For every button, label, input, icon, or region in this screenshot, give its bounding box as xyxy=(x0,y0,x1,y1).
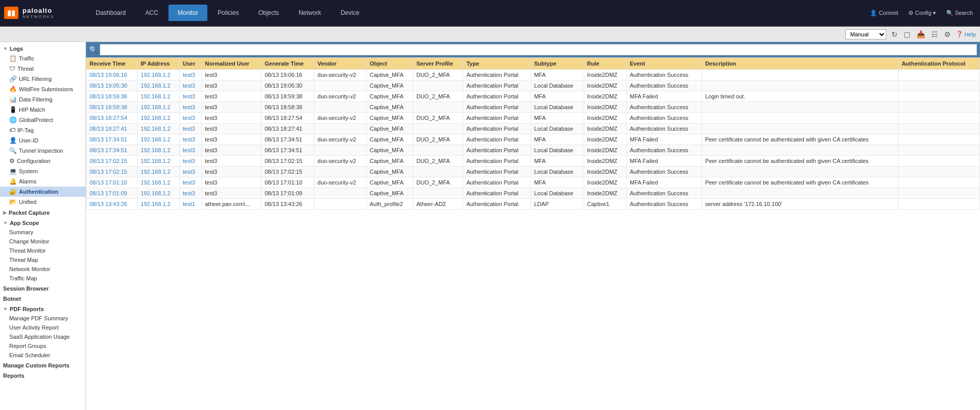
table-row[interactable]: 08/13 17:34:51192.168.1.2test3test308/13… xyxy=(87,134,980,145)
sidebar-item-threat-map[interactable]: Threat Map xyxy=(0,255,86,264)
table-cell[interactable]: test3 xyxy=(179,80,201,91)
settings-button[interactable]: ⚙ xyxy=(943,29,952,39)
table-cell[interactable]: 08/13 17:02:15 xyxy=(87,156,138,167)
table-row[interactable]: 08/13 19:06:16192.168.1.2test3test308/13… xyxy=(87,70,980,80)
refresh-button[interactable]: ↻ xyxy=(890,29,899,39)
table-cell[interactable]: 192.168.1.2 xyxy=(137,80,179,91)
sidebar-item-report-groups[interactable]: Report Groups xyxy=(0,341,86,351)
table-cell[interactable]: 08/13 19:06:16 xyxy=(87,70,138,80)
export-button[interactable]: 📥 xyxy=(915,29,926,39)
table-cell[interactable]: 192.168.1.2 xyxy=(137,124,179,134)
table-cell[interactable]: test3 xyxy=(179,113,201,124)
sidebar-item-traffic-map[interactable]: Traffic Map xyxy=(0,274,86,283)
table-cell[interactable]: test3 xyxy=(179,91,201,102)
table-cell[interactable]: test3 xyxy=(179,124,201,134)
session-browser-header[interactable]: Session Browser xyxy=(0,284,86,293)
sidebar-item-data-filtering[interactable]: 📊 Data Filtering xyxy=(0,94,86,105)
table-cell[interactable]: 192.168.1.2 xyxy=(137,156,179,167)
sidebar-item-hip-match[interactable]: 📱 HIP Match xyxy=(0,105,86,115)
table-row[interactable]: 08/13 19:05:30192.168.1.2test3test308/13… xyxy=(87,80,980,91)
sidebar-item-summary[interactable]: Summary xyxy=(0,228,86,237)
packet-capture-header[interactable]: ▶ Packet Capture xyxy=(0,208,86,217)
sidebar-item-network-monitor[interactable]: Network Monitor xyxy=(0,264,86,274)
table-cell[interactable]: 192.168.1.2 xyxy=(137,134,179,145)
col-object[interactable]: Object xyxy=(366,58,413,70)
table-cell[interactable]: 192.168.1.2 xyxy=(137,145,179,156)
table-cell[interactable]: 08/13 18:27:54 xyxy=(87,113,138,124)
nav-tab-device[interactable]: Device xyxy=(331,5,369,21)
search-button[interactable]: 🔍 Search xyxy=(943,8,976,18)
table-cell[interactable]: 192.168.1.2 xyxy=(137,177,179,188)
table-cell[interactable]: test3 xyxy=(179,188,201,199)
sidebar-item-authentication[interactable]: 🔐 Authentication xyxy=(0,187,86,197)
table-cell[interactable]: test3 xyxy=(179,70,201,80)
app-scope-header[interactable]: ▼ App Scope xyxy=(0,218,86,228)
table-cell[interactable]: test3 xyxy=(179,145,201,156)
table-cell[interactable]: 192.168.1.2 xyxy=(137,113,179,124)
table-cell[interactable]: 08/13 18:27:41 xyxy=(87,124,138,134)
sidebar-item-user-activity-report[interactable]: User Activity Report xyxy=(0,323,86,332)
table-row[interactable]: 08/13 18:27:54192.168.1.2test3test308/13… xyxy=(87,113,980,124)
help-button[interactable]: ❓ Help xyxy=(956,31,976,37)
table-cell[interactable]: test3 xyxy=(179,102,201,113)
col-generate-time[interactable]: Generate Time xyxy=(261,58,314,70)
table-row[interactable]: 08/13 17:01:09192.168.1.2test3test308/13… xyxy=(87,188,980,199)
nav-tab-network[interactable]: Network xyxy=(289,5,330,21)
table-cell[interactable]: 192.168.1.2 xyxy=(137,167,179,177)
col-vendor[interactable]: Vendor xyxy=(314,58,367,70)
stop-button[interactable]: ▢ xyxy=(903,29,911,39)
nav-tab-acc[interactable]: ACC xyxy=(136,5,167,21)
config-button[interactable]: ⚙ Config ▾ xyxy=(905,8,939,18)
table-cell[interactable]: 08/13 17:02:15 xyxy=(87,167,138,177)
sidebar-item-alarms[interactable]: 🔔 Alarms xyxy=(0,176,86,187)
table-cell[interactable]: 08/13 17:34:51 xyxy=(87,145,138,156)
table-cell[interactable]: 08/13 13:43:26 xyxy=(87,199,138,210)
sidebar-item-url-filtering[interactable]: 🔗 URL Filtering xyxy=(0,74,86,84)
sidebar-item-ip-tag[interactable]: 🏷 IP-Tag xyxy=(0,125,86,135)
columns-button[interactable]: ☷ xyxy=(930,29,939,39)
table-cell[interactable]: 08/13 18:58:38 xyxy=(87,102,138,113)
col-auth-protocol[interactable]: Authentication Protocol xyxy=(898,58,979,70)
table-row[interactable]: 08/13 17:01:10192.168.1.2test3test308/13… xyxy=(87,177,980,188)
table-cell[interactable]: 192.168.1.2 xyxy=(137,102,179,113)
reports-header[interactable]: Reports xyxy=(0,371,86,380)
logs-group-header[interactable]: ▼ Logs xyxy=(0,44,86,53)
col-ip-address[interactable]: IP Address xyxy=(137,58,179,70)
botnet-header[interactable]: Botnet xyxy=(0,294,86,303)
table-cell[interactable]: 08/13 18:59:38 xyxy=(87,91,138,102)
table-cell[interactable]: 192.168.1.2 xyxy=(137,188,179,199)
table-cell[interactable]: test3 xyxy=(179,177,201,188)
table-row[interactable]: 08/13 17:34:51192.168.1.2test3test308/13… xyxy=(87,145,980,156)
table-cell[interactable]: 192.168.1.2 xyxy=(137,91,179,102)
sidebar-item-globalprotect[interactable]: 🌐 GlobalProtect xyxy=(0,115,86,125)
sidebar-item-system[interactable]: 💻 System xyxy=(0,166,86,176)
col-server-profile[interactable]: Server Profile xyxy=(413,58,463,70)
sidebar-item-saas-application-usage[interactable]: SaaS Application Usage xyxy=(0,332,86,341)
table-cell[interactable]: test1 xyxy=(179,199,201,210)
sidebar-item-traffic[interactable]: 📋 Traffic xyxy=(0,53,86,64)
manual-select[interactable]: Manual xyxy=(845,29,886,39)
table-cell[interactable]: test3 xyxy=(179,167,201,177)
table-cell[interactable]: 08/13 17:34:51 xyxy=(87,134,138,145)
nav-tab-policies[interactable]: Policies xyxy=(208,5,248,21)
table-row[interactable]: 08/13 17:02:15192.168.1.2test3test308/13… xyxy=(87,167,980,177)
nav-tab-monitor[interactable]: Monitor xyxy=(168,5,207,21)
custom-reports-header[interactable]: Manage Custom Reports xyxy=(0,361,86,370)
table-cell[interactable]: 192.168.1.2 xyxy=(137,199,179,210)
sidebar-item-tunnel-inspection[interactable]: 🔍 Tunnel Inspection xyxy=(0,146,86,156)
commit-button[interactable]: 👤 Commit xyxy=(867,8,901,18)
col-rule[interactable]: Rule xyxy=(584,58,627,70)
nav-tab-dashboard[interactable]: Dashboard xyxy=(87,5,135,21)
table-row[interactable]: 08/13 17:02:15192.168.1.2test3test308/13… xyxy=(87,156,980,167)
pdf-reports-header[interactable]: ▼ PDF Reports xyxy=(0,304,86,314)
table-cell[interactable]: 08/13 19:05:30 xyxy=(87,80,138,91)
table-cell[interactable]: 08/13 17:01:09 xyxy=(87,188,138,199)
sidebar-item-change-monitor[interactable]: Change Monitor xyxy=(0,237,86,246)
col-receive-time[interactable]: Receive Time xyxy=(87,58,138,70)
col-description[interactable]: Description xyxy=(702,58,899,70)
col-type[interactable]: Type xyxy=(463,58,530,70)
table-cell[interactable]: test3 xyxy=(179,156,201,167)
sidebar-item-manage-pdf-summary[interactable]: Manage PDF Summary xyxy=(0,314,86,323)
table-cell[interactable]: test3 xyxy=(179,134,201,145)
sidebar-item-configuration[interactable]: ⚙ Configuration xyxy=(0,156,86,166)
